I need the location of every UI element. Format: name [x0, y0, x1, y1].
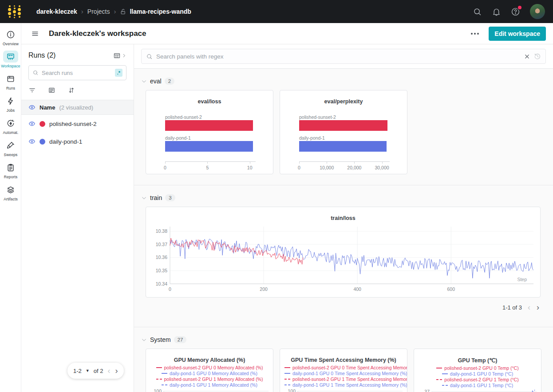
svg-text:400: 400: [353, 286, 361, 292]
chart-title: eval/perplexity: [280, 98, 407, 105]
legend-entry: daily-pond-1 GPU 1 Time Spent Accessing …: [280, 382, 407, 388]
sidebar-item-reports[interactable]: Reports: [0, 161, 21, 179]
columns-settings-icon[interactable]: [48, 86, 55, 94]
sidebar-item-automat[interactable]: Automat.: [0, 117, 21, 135]
breadcrumb-user[interactable]: darek-kleczek: [36, 8, 77, 15]
runs-page-total: of 2: [94, 368, 103, 374]
user-avatar[interactable]: [530, 4, 545, 19]
panel-train-loss[interactable]: train/loss10.3810.3710.3610.3510.3402004…: [146, 207, 541, 298]
search-icon[interactable]: [473, 7, 482, 16]
svg-text:37: 37: [424, 389, 430, 392]
train-loss-plot: 10.3810.3710.3610.3510.340200400600Step: [146, 223, 540, 297]
svg-text:0: 0: [169, 286, 171, 292]
gpu_temp-plot: 3736.536: [414, 389, 541, 392]
legend-marker: [284, 367, 290, 368]
panel-eval-perplexity[interactable]: eval/perplexitypolished-sunset-2daily-po…: [280, 90, 407, 174]
x-tick-label: 10,000: [320, 165, 334, 170]
runs-page-range[interactable]: 1-2: [73, 368, 82, 374]
eye-icon[interactable]: [28, 120, 36, 127]
eye-icon[interactable]: [28, 104, 36, 111]
sidebar-item-sweeps[interactable]: Sweeps: [0, 139, 21, 157]
next-page-button[interactable]: ›: [536, 303, 540, 311]
legend-marker: [156, 367, 162, 368]
bar-series-label: polished-sunset-2: [165, 114, 202, 120]
regex-toggle-button[interactable]: .*: [115, 69, 122, 77]
sidebar-item-label: Artifacts: [4, 197, 18, 201]
filter-icon[interactable]: [28, 86, 36, 94]
eye-icon[interactable]: [28, 138, 36, 145]
chart-title: train/loss: [146, 215, 540, 221]
wandb-logo-icon[interactable]: [8, 5, 21, 18]
panel-gpu-memory[interactable]: GPU Memory Allocated (%)polished-sunset-…: [146, 349, 273, 392]
svg-text:10.36: 10.36: [156, 255, 167, 260]
notification-dot: [517, 5, 522, 10]
sort-icon[interactable]: [67, 86, 75, 94]
x-tick-label: 20,000: [347, 165, 361, 170]
workspace-board-icon: [3, 51, 18, 63]
bell-icon[interactable]: [492, 7, 501, 16]
run-color-dot: [40, 121, 45, 127]
legend-entry: daily-pond-1 GPU 0 Temp (°C): [414, 371, 541, 376]
lightning-icon: [3, 95, 18, 107]
breadcrumb-project[interactable]: llama-recipes-wandb: [130, 8, 191, 15]
sidebar-item-runs[interactable]: Runs: [0, 73, 21, 90]
run-row[interactable]: polished-sunset-2: [21, 115, 134, 133]
bar[interactable]: [299, 141, 387, 152]
info-circle-icon: [3, 28, 18, 40]
legend-marker: [162, 384, 167, 385]
breadcrumb: darek-kleczek › Projects › llama-recipes…: [36, 8, 191, 15]
run-name[interactable]: daily-pond-1: [49, 138, 82, 145]
run-name[interactable]: polished-sunset-2: [49, 121, 97, 127]
chart-title: GPU Memory Allocated (%): [146, 357, 273, 363]
edit-workspace-button[interactable]: Edit workspace: [489, 27, 546, 41]
chart-legend: polished-sunset-2 GPU 0 Temp (°C)daily-p…: [414, 365, 541, 388]
gpu_time_accessing_memory-plot: 10090: [280, 388, 407, 392]
panel-gpu-temp[interactable]: GPU Temp (℃)polished-sunset-2 GPU 0 Temp…: [414, 349, 541, 392]
runs-search-input[interactable]: [42, 70, 112, 76]
chart-legend: polished-sunset-2 GPU 0 Time Spent Acces…: [280, 365, 407, 388]
chart-title: GPU Temp (℃): [414, 357, 541, 364]
bar[interactable]: [299, 120, 387, 131]
next-page-button[interactable]: ›: [115, 367, 118, 375]
prev-page-button[interactable]: ‹: [107, 367, 111, 375]
section-eval-header[interactable]: eval 2: [134, 78, 553, 85]
sidebar-item-artifacts[interactable]: Artifacts: [0, 184, 21, 201]
runs-name-header-row[interactable]: Name (2 visualized): [21, 100, 134, 115]
sidebar-item-jobs[interactable]: Jobs: [0, 95, 21, 113]
panel-eval-loss[interactable]: eval/losspolished-sunset-2daily-pond-105…: [146, 90, 273, 174]
legend-entry: polished-sunset-2 GPU 0 Time Spent Acces…: [280, 365, 407, 370]
chevron-down-icon: [141, 337, 147, 343]
expand-runs-table-button[interactable]: [113, 52, 126, 59]
section-label: train: [150, 194, 162, 201]
runs-sidebar: Runs (2) .*: [21, 44, 134, 392]
x-tick-label: 30,000: [375, 165, 389, 170]
legend-marker: [284, 373, 290, 374]
menu-icon[interactable]: [31, 30, 39, 38]
sidebar-item-overview[interactable]: Overview: [0, 28, 21, 46]
chart-title: eval/loss: [146, 98, 273, 105]
clear-search-icon[interactable]: [524, 53, 530, 60]
legend-entry: polished-sunset-2 GPU 0 Temp (°C): [414, 365, 541, 371]
section-label: eval: [150, 78, 162, 85]
panel-search-input[interactable]: [156, 53, 520, 60]
page-size-caret-icon[interactable]: ▼: [86, 368, 90, 373]
breadcrumb-projects[interactable]: Projects: [87, 8, 110, 15]
overflow-menu-icon[interactable]: [468, 30, 482, 37]
prev-page-button[interactable]: ‹: [527, 303, 531, 311]
run-row[interactable]: daily-pond-1: [21, 133, 134, 150]
section-label: System: [150, 336, 171, 343]
section-system-header[interactable]: System 27: [134, 336, 553, 343]
sidebar-item-workspace[interactable]: Workspace: [0, 51, 21, 68]
panel-gpu-time-memory[interactable]: GPU Time Spent Accessing Memory (%)polis…: [280, 349, 407, 392]
panel-search-bar: [134, 44, 553, 69]
bar[interactable]: [165, 141, 253, 152]
section-system: System 27 GPU Memory Allocated (%)polish…: [134, 327, 553, 392]
bar-series-label: daily-pond-1: [165, 135, 191, 141]
section-train-header[interactable]: train 3: [134, 194, 553, 201]
help-icon[interactable]: [511, 7, 520, 16]
svg-text:600: 600: [447, 286, 455, 292]
bar[interactable]: [165, 120, 253, 131]
history-icon[interactable]: [534, 53, 541, 60]
section-eval: eval 2 eval/losspolished-sunset-2daily-p…: [134, 69, 553, 185]
workspace-header: Darek-kleczek's workspace Edit workspace: [21, 23, 553, 44]
